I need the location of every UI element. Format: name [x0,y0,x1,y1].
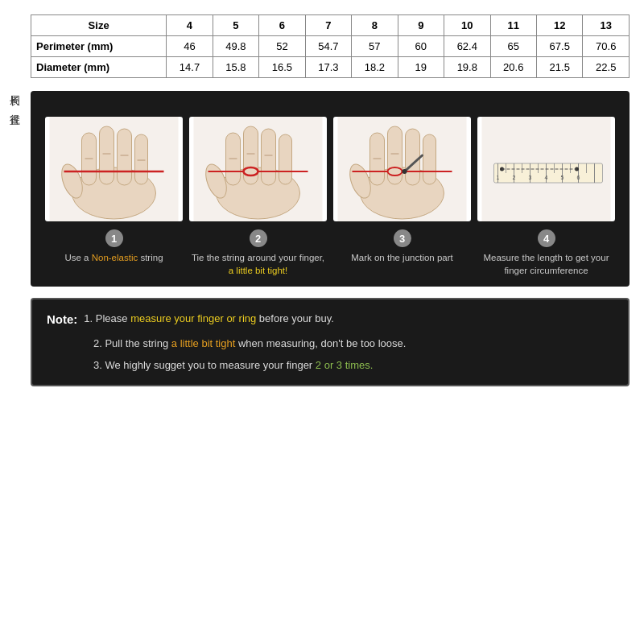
table-col-4: 4 [167,15,213,36]
cell-1-5: 19 [398,57,444,78]
svg-rect-5 [135,134,148,184]
svg-text:2: 2 [513,175,516,180]
note-label: Note: [47,311,77,329]
table-col-7: 7 [305,15,351,36]
step1-desc: 1 Use a Non-elastic string [45,229,183,277]
row-label-0: Perimeter (mm) [31,36,167,57]
svg-text:5: 5 [561,175,564,180]
step2-text: Tie the string around your finger, a lit… [189,251,327,277]
cell-1-4: 18.2 [352,57,398,78]
table-col-11: 11 [490,15,536,36]
svg-text:4: 4 [545,175,548,180]
note1-highlight: measure your finger or ring [130,312,256,324]
main-content: Size45678910111213 Perimeter (mm)4649.85… [31,0,644,644]
svg-rect-3 [100,126,114,184]
cell-1-8: 21.5 [536,57,582,78]
step4-desc: 4 Measure the length to get your finger … [477,229,615,277]
svg-point-36 [402,169,407,174]
step1-text: Use a Non-elastic string [64,251,163,264]
cell-0-7: 65 [490,36,536,57]
note-line-1: Note: 1. Please measure your finger or r… [47,311,613,329]
steps-images-row: 1 2 3 4 5 6 [45,117,615,221]
svg-rect-29 [406,129,420,185]
step4-image: 1 2 3 4 5 6 [477,117,615,221]
table-row-0: Perimeter (mm)4649.85254.7576062.46567.5… [31,36,630,57]
cell-1-0: 14.7 [167,57,213,78]
note3-highlight: 2 or 3 times. [316,359,374,371]
step1-highlight: Non-elastic [92,253,138,262]
step2-image [189,117,327,221]
step3-desc: 3 Mark on the junction part [333,229,471,277]
table-col-8: 8 [352,15,398,36]
note-text-3: 3. We highly sugget you to measure your … [93,357,373,374]
table-header-row: Size45678910111213 [31,15,630,36]
cell-0-2: 52 [259,36,305,57]
note-section: Note: 1. Please measure your finger or r… [31,298,630,386]
step3-text: Mark on the junction part [351,251,453,264]
cell-1-1: 15.8 [213,57,258,78]
table-row-1: Diameter (mm)14.715.816.517.318.21919.82… [31,57,630,78]
left-labels: 周长 直径 [0,0,31,644]
cell-0-1: 49.8 [213,36,258,57]
table-col-10: 10 [444,15,490,36]
cell-1-3: 17.3 [305,57,351,78]
cell-0-6: 62.4 [444,36,490,57]
cell-0-5: 60 [398,36,444,57]
note-text-2: 2. Pull the string a little bit tight wh… [93,336,406,352]
step1-number: 1 [105,229,123,247]
cell-0-3: 54.7 [305,36,351,57]
note-line-3: 3. We highly sugget you to measure your … [47,357,613,374]
table-col-6: 6 [259,15,305,36]
step2-number: 2 [250,229,267,247]
svg-rect-30 [423,134,436,184]
cell-0-8: 67.5 [536,36,582,57]
table-col-size: Size [31,15,167,36]
note2-highlight: a little bit tight [171,337,236,349]
cell-1-6: 19.8 [444,57,490,78]
page-container: 周长 直径 Size45678910111213 Perimeter (mm)4… [0,0,644,644]
note-line-2: 2. Pull the string a little bit tight wh… [47,336,613,352]
cell-0-4: 57 [352,36,398,57]
row-label-1: Diameter (mm) [31,57,167,78]
svg-rect-17 [279,134,292,184]
step3-number: 3 [394,229,411,247]
svg-text:1: 1 [497,175,500,180]
step4-text: Measure the length to get your finger ci… [477,251,615,277]
svg-text:6: 6 [577,175,580,180]
note-text-1: 1. Please measure your finger or ring be… [84,311,334,327]
step1-image [45,117,183,221]
how-section: 1 2 3 4 5 6 1 [31,91,630,287]
steps-desc-row: 1 Use a Non-elastic string 2 Tie the str… [45,229,615,277]
cell-1-7: 20.6 [490,57,536,78]
table-col-9: 9 [398,15,444,36]
svg-rect-4 [118,129,132,185]
table-body: Perimeter (mm)4649.85254.7576062.46567.5… [31,36,630,78]
size-table: Size45678910111213 Perimeter (mm)4649.85… [31,14,630,78]
step4-number: 4 [538,229,555,247]
cell-1-9: 22.5 [583,57,630,78]
cell-0-0: 46 [167,36,213,57]
table-col-5: 5 [213,15,258,36]
step2-desc: 2 Tie the string around your finger, a l… [189,229,327,277]
cell-1-2: 16.5 [259,57,305,78]
cell-0-9: 70.6 [583,36,630,57]
svg-rect-16 [262,129,276,185]
step2-highlight: a little bit tight! [229,266,288,275]
step3-image [333,117,471,221]
svg-text:3: 3 [529,175,532,180]
table-col-12: 12 [536,15,582,36]
table-col-13: 13 [583,15,630,36]
